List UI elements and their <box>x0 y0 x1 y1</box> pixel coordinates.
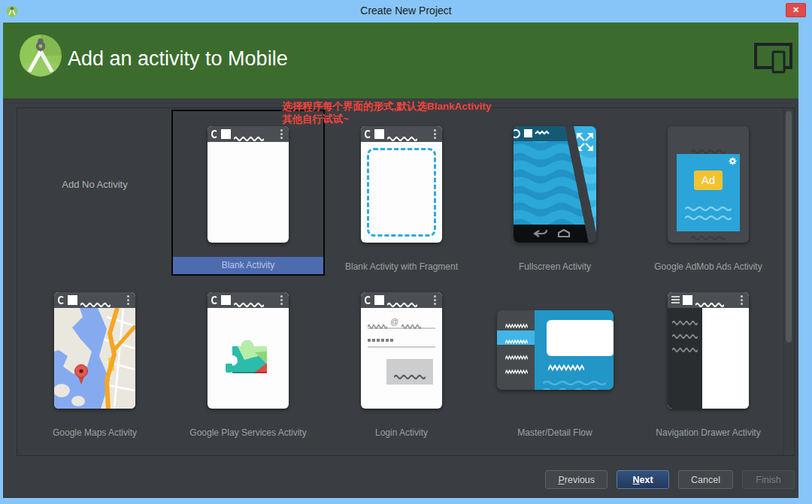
squiggle-line <box>234 131 264 137</box>
wizard-body: Add No Activity <box>3 98 798 498</box>
crescent-icon <box>365 296 371 304</box>
wizard-title: Add an activity to Mobile <box>68 47 288 71</box>
annotation-line-1: 选择程序每个界面的形式,默认选BlankActivity <box>282 100 491 113</box>
overflow-menu-icon <box>434 299 436 301</box>
fullscreen-activity-thumbnail <box>514 126 596 243</box>
template-cell-fullscreen-activity[interactable]: Fullscreen Activity <box>478 110 632 276</box>
squiggle-line <box>691 230 726 236</box>
navigation-drawer-thumbnail <box>668 292 749 409</box>
scrollbar-track[interactable] <box>783 109 793 454</box>
at-symbol: @ <box>390 318 398 324</box>
map-graphic <box>54 308 135 409</box>
template-label: Google Maps Activity <box>18 424 171 442</box>
squiggle-line <box>394 369 426 375</box>
squiggle-line <box>685 201 732 207</box>
squiggle-line <box>543 382 606 388</box>
master-detail-thumbnail <box>497 310 614 390</box>
template-cell-navigation-drawer-activity[interactable]: Navigation Drawer Activity <box>632 276 785 442</box>
drawer-pane <box>668 308 702 409</box>
overflow-menu-icon <box>741 299 743 301</box>
app-icon-placeholder <box>221 129 231 139</box>
template-label: Blank Activity with Fragment <box>325 258 478 276</box>
finish-button[interactable]: Finish <box>742 470 795 489</box>
sign-in-button-placeholder <box>386 359 433 385</box>
template-cell-google-admob-ads-activity[interactable]: Ad Google AdMob Ads Activity <box>632 110 785 276</box>
template-label: Login Activity <box>325 424 478 442</box>
template-label: Fullscreen Activity <box>478 258 632 276</box>
annotation-line-2: 其他自行试试~ <box>282 113 491 125</box>
app-icon-placeholder <box>374 295 384 305</box>
squiggle-line <box>234 297 264 303</box>
template-label: Blank Activity <box>173 257 323 274</box>
template-label: Google Play Services Activity <box>171 424 325 442</box>
app-icon-placeholder <box>683 295 692 305</box>
detail-pane <box>535 310 614 390</box>
template-cell-blank-activity[interactable]: Blank Activity <box>171 110 325 276</box>
crescent-icon <box>211 296 218 304</box>
wizard-footer: Previous Next Cancel Finish <box>545 470 795 489</box>
maps-activity-thumbnail <box>54 292 135 409</box>
ad-label-box: Ad <box>694 171 723 190</box>
blank-activity-thumbnail <box>208 126 289 243</box>
fragment-dashed-outline <box>367 148 436 237</box>
template-cell-master-detail-flow[interactable]: Master/Detail Flow <box>478 276 632 442</box>
overflow-menu-icon <box>280 133 283 135</box>
app-icon-placeholder <box>221 295 231 305</box>
cancel-button[interactable]: Cancel <box>678 470 733 489</box>
play-services-activity-thumbnail <box>208 292 289 409</box>
app-icon-placeholder <box>68 295 77 305</box>
squiggle-line <box>387 297 417 303</box>
template-cell-google-play-services-activity[interactable]: Google Play Services Activity <box>171 276 325 442</box>
template-grid: Add No Activity <box>18 110 785 442</box>
template-cell-login-activity[interactable]: @ <box>325 276 478 442</box>
overflow-menu-icon <box>434 133 436 135</box>
squiggle-line <box>505 364 528 370</box>
template-cell-google-maps-activity[interactable]: Google Maps Activity <box>18 276 171 442</box>
squiggle-line <box>368 318 387 324</box>
create-new-project-window: { "window": { "title": "Create New Proje… <box>0 0 812 504</box>
template-label: Add No Activity <box>62 179 127 190</box>
window-title: Create New Project <box>0 5 812 17</box>
template-label: Master/Detail Flow <box>478 424 632 442</box>
ad-card: Ad <box>677 154 740 231</box>
titlebar: Create New Project ✕ <box>0 0 812 23</box>
dialog-content: Add an activity to Mobile 选择程序每个界面的形式,默认… <box>3 23 798 498</box>
gear-icon <box>729 157 737 165</box>
squiggle-line <box>691 143 726 149</box>
next-button[interactable]: Next <box>617 470 669 489</box>
play-services-puzzle-icon <box>223 330 273 378</box>
squiggle-line <box>80 297 111 303</box>
template-label: Google AdMob Ads Activity <box>632 258 785 276</box>
template-cell-blank-activity-with-fragment[interactable]: Blank Activity with Fragment <box>325 110 478 276</box>
annotation-overlay: 选择程序每个界面的形式,默认选BlankActivity 其他自行试试~ <box>282 100 491 125</box>
scrollbar-thumb[interactable] <box>786 111 792 343</box>
close-button[interactable]: ✕ <box>786 3 806 17</box>
squiggle-line <box>685 210 732 216</box>
admob-activity-thumbnail: Ad <box>668 126 749 243</box>
crescent-icon <box>365 130 371 138</box>
overflow-menu-icon <box>127 299 129 301</box>
squiggle-line <box>401 318 421 324</box>
template-label: Navigation Drawer Activity <box>632 424 785 442</box>
email-field-placeholder: @ <box>368 318 435 329</box>
wizard-header: Add an activity to Mobile <box>3 23 798 98</box>
password-field-placeholder <box>368 339 435 348</box>
mobile-form-factor-icon <box>753 42 794 74</box>
previous-button[interactable]: Previous <box>545 470 607 489</box>
content-pane <box>668 308 749 409</box>
template-cell-add-no-activity[interactable]: Add No Activity <box>18 110 171 276</box>
squiggle-line <box>505 350 528 356</box>
detail-card <box>547 320 614 356</box>
hamburger-menu-icon <box>671 296 680 303</box>
squiggle-line <box>672 315 698 321</box>
squiggle-line <box>672 328 698 334</box>
squiggle-line <box>543 375 606 381</box>
overflow-menu-icon <box>280 299 283 301</box>
android-studio-logo-icon <box>19 34 62 77</box>
squiggle-line <box>505 334 528 340</box>
squiggle-line <box>672 342 698 348</box>
fragment-activity-thumbnail <box>361 126 442 243</box>
squiggle-line <box>695 297 724 303</box>
squiggle-line <box>548 361 584 370</box>
activity-template-list: Add No Activity <box>17 107 795 456</box>
